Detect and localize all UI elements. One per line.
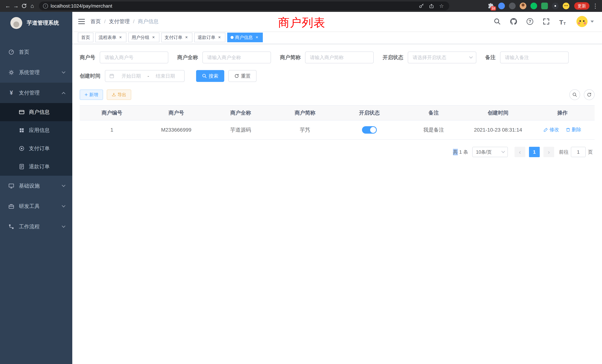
goto-page-input[interactable] [571, 147, 586, 157]
page-size-select[interactable]: 10条/页 [472, 147, 508, 157]
extension-icon-2[interactable] [498, 3, 505, 9]
extension-icon-5[interactable] [530, 3, 537, 9]
tab-refund-order[interactable]: 退款订单× [194, 33, 225, 42]
sidebar-item-system[interactable]: 系统管理 [0, 62, 72, 83]
merchant-table: 商户编号 商户号 商户全称 商户简称 开启状态 备注 创建时间 操作 1 M23… [80, 105, 595, 140]
sidebar-item-infrastructure[interactable]: 基础设施 [0, 176, 72, 196]
credit-card-icon [19, 109, 25, 115]
status-label: 开启状态 [383, 54, 408, 61]
tab-label: 首页 [81, 34, 90, 40]
prev-page-button[interactable]: ‹ [515, 147, 525, 157]
form-item-remark: 备注 [485, 52, 569, 63]
font-size-icon[interactable]: TT [559, 18, 566, 25]
back-icon[interactable]: ← [4, 2, 12, 10]
sidebar-item-payment[interactable]: ¥ 支付管理 [0, 83, 72, 103]
logo[interactable]: 芋道管理系统 [0, 12, 72, 34]
search-button[interactable]: 搜索 [196, 70, 224, 82]
sidebar-item-app-info[interactable]: 应用信息 [0, 121, 72, 139]
delete-link[interactable]: 删除 [566, 126, 581, 133]
extension-avatar-icon[interactable] [520, 3, 526, 9]
pagination-total-suffix: 条 [463, 149, 468, 155]
chevron-down-icon [501, 149, 505, 153]
col-merchant-id: 商户编号 [80, 106, 144, 120]
sidebar-item-label: 支付订单 [29, 145, 50, 152]
fullscreen-icon[interactable] [542, 18, 550, 25]
status-select[interactable]: 请选择开启状态 [408, 52, 476, 63]
page-1-button[interactable]: 1 [529, 147, 540, 157]
workflow-icon [8, 224, 14, 230]
bookmark-star-icon[interactable]: ☆ [438, 2, 445, 10]
next-page-button[interactable]: › [543, 147, 554, 157]
tab-home[interactable]: 首页 [78, 33, 93, 42]
sidebar-item-workflow[interactable]: 工作流程 [0, 216, 72, 237]
remark-input[interactable] [500, 52, 569, 63]
add-button[interactable]: + 新增 [80, 89, 103, 100]
forward-icon[interactable]: → [12, 2, 20, 10]
user-avatar [576, 16, 588, 27]
search-button-label: 搜索 [209, 73, 218, 79]
browser-update-button[interactable]: 更新 [574, 2, 589, 10]
logo-avatar [10, 17, 22, 29]
edit-link[interactable]: 修改 [543, 126, 559, 133]
tab-close-icon[interactable]: × [118, 35, 123, 40]
page-size-value: 10条/页 [476, 149, 502, 155]
extension-emoji-icon[interactable] [563, 3, 569, 9]
share-icon[interactable] [428, 2, 435, 10]
user-menu[interactable] [576, 16, 594, 27]
tab-merchant-info[interactable]: 商户信息× [227, 33, 263, 42]
tab-user-group[interactable]: 用户分组× [128, 33, 159, 42]
address-bar[interactable]: i localhost:1024/pay/merchant ☆ [39, 1, 449, 10]
extension-icon-3[interactable] [509, 3, 516, 9]
sidebar-item-merchant-info[interactable]: 商户信息 [0, 103, 72, 121]
extension-icon-6[interactable] [541, 3, 548, 9]
breadcrumb-payment[interactable]: 支付管理 [109, 18, 130, 25]
merchant-no-input[interactable] [100, 52, 168, 63]
search-icon[interactable] [493, 18, 501, 25]
date-start-input[interactable]: 开始日期 [116, 73, 146, 79]
reset-button[interactable]: 重置 [228, 70, 257, 82]
status-toggle[interactable] [362, 126, 377, 134]
sidebar-item-dev-tools[interactable]: 研发工具 [0, 196, 72, 216]
merchant-short-input[interactable] [305, 52, 374, 63]
dashboard-icon [8, 49, 14, 55]
chevron-down-icon [62, 224, 65, 228]
tab-label: 退款订单 [198, 34, 215, 40]
status-select-placeholder: 请选择开启状态 [413, 54, 470, 61]
tab-close-icon[interactable]: × [217, 35, 222, 40]
extension-puzzle-icon[interactable]: 10 [487, 3, 494, 9]
sidebar-item-label: 商户信息 [29, 109, 50, 116]
home-icon[interactable]: ⌂ [28, 2, 36, 10]
help-icon[interactable]: ? [526, 18, 534, 25]
add-button-label: 新增 [89, 92, 98, 98]
sidebar-item-pay-order[interactable]: 支付订单 [0, 139, 72, 158]
merchant-name-input[interactable] [202, 52, 271, 63]
browser-menu-icon[interactable]: ⋮ [592, 2, 598, 10]
col-full-name: 商户全称 [208, 106, 273, 120]
edit-link-label: 修改 [549, 126, 559, 133]
breadcrumb-home[interactable]: 首页 [90, 18, 101, 25]
tab-close-icon[interactable]: × [151, 35, 156, 40]
trash-icon [566, 127, 570, 132]
github-icon[interactable] [510, 18, 517, 25]
extension-icon-7[interactable] [552, 3, 559, 9]
sidebar-item-refund-order[interactable]: 退款订单 [0, 158, 72, 176]
tab-close-icon[interactable]: × [184, 35, 189, 40]
toggle-search-button[interactable] [569, 89, 580, 100]
url-text[interactable]: localhost:1024/pay/merchant [51, 3, 112, 9]
hamburger-icon[interactable] [78, 19, 85, 24]
refresh-button[interactable] [584, 89, 595, 100]
key-icon[interactable] [418, 2, 425, 10]
create-time-range-picker[interactable]: 开始日期 - 结束日期 [105, 70, 185, 82]
merchant-name-label: 商户全称 [177, 54, 202, 61]
tab-process-form[interactable]: 流程表单× [95, 33, 126, 42]
site-info-icon[interactable]: i [43, 3, 48, 9]
date-end-input[interactable]: 结束日期 [150, 73, 181, 79]
toolbar-right [569, 89, 595, 100]
tab-pay-order[interactable]: 支付订单× [161, 33, 192, 42]
tab-close-icon[interactable]: × [254, 35, 259, 40]
reload-icon[interactable] [20, 2, 28, 10]
tab-label: 用户分组 [132, 34, 149, 40]
sidebar-item-home[interactable]: 首页 [0, 42, 72, 62]
font-size-small-glyph: T [563, 22, 566, 25]
export-button[interactable]: 导出 [107, 89, 131, 100]
